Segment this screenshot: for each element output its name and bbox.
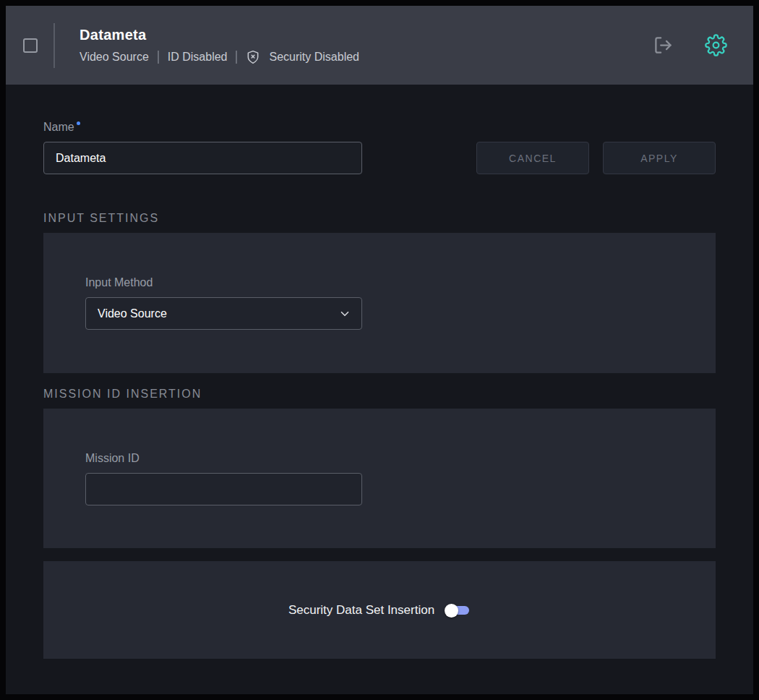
status-row: Video Source ID Disabled Security Disabl… [80, 50, 359, 64]
cancel-button[interactable]: CANCEL [476, 142, 589, 174]
input-method-value: Video Source [98, 307, 167, 320]
status-security-state: Security Disabled [269, 51, 359, 64]
mission-id-card: Mission ID [43, 409, 716, 548]
mission-id-input[interactable] [85, 473, 362, 505]
required-dot-icon [77, 121, 80, 125]
name-label: Name [43, 121, 362, 135]
toggle-knob [445, 604, 458, 618]
settings-panel: Datameta Video Source ID Disabled Securi… [6, 6, 753, 694]
name-row: Name CANCEL APPLY [43, 121, 716, 174]
export-icon[interactable] [653, 35, 673, 55]
status-separator [158, 51, 159, 64]
security-toggle-label: Security Data Set Insertion [288, 603, 434, 618]
name-input[interactable] [43, 142, 362, 174]
header: Datameta Video Source ID Disabled Securi… [6, 6, 753, 85]
mission-id-heading: MISSION ID INSERTION [43, 388, 716, 401]
app-window: Datameta Video Source ID Disabled Securi… [0, 0, 759, 700]
shield-disabled-icon [246, 50, 260, 64]
settings-gear-icon[interactable] [705, 34, 727, 56]
status-video-source: Video Source [80, 51, 149, 64]
select-checkbox[interactable] [23, 38, 38, 53]
input-method-label: Input Method [85, 276, 674, 291]
header-divider [53, 23, 55, 68]
apply-button[interactable]: APPLY [603, 142, 716, 174]
security-data-toggle[interactable] [445, 603, 471, 618]
security-toggle-card: Security Data Set Insertion [43, 561, 716, 659]
title-block: Datameta Video Source ID Disabled Securi… [80, 27, 359, 64]
input-settings-heading: INPUT SETTINGS [43, 212, 716, 226]
input-settings-card: Input Method Video Source [43, 233, 716, 373]
status-separator [236, 51, 237, 64]
status-id-state: ID Disabled [168, 51, 228, 64]
name-label-text: Name [43, 121, 74, 133]
name-field-group: Name [43, 121, 362, 174]
main-content: Name CANCEL APPLY INPUT SETTINGS Input M… [6, 85, 753, 694]
input-method-select[interactable]: Video Source [85, 297, 362, 330]
form-actions: CANCEL APPLY [476, 142, 716, 174]
mission-id-label: Mission ID [85, 452, 674, 466]
header-actions [653, 34, 727, 56]
chevron-down-icon [338, 307, 351, 320]
page-title: Datameta [80, 27, 359, 43]
